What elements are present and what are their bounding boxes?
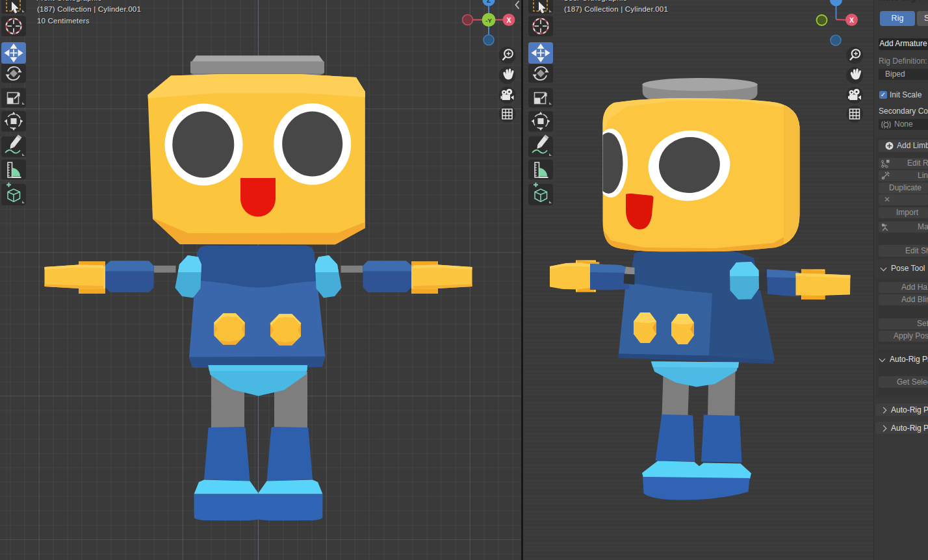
svg-text:-Y: -Y [485, 17, 492, 24]
svg-text:X: X [506, 16, 511, 24]
svg-text:X: X [849, 16, 854, 24]
svg-text:Z: Z [487, 0, 491, 4]
